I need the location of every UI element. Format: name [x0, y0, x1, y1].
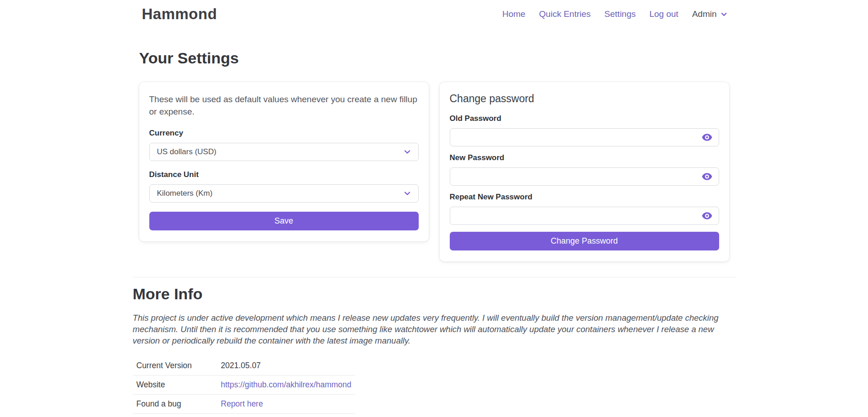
brand-logo[interactable]: Hammond [142, 5, 217, 23]
distance-unit-selected-value: Kilometers (Km) [157, 189, 213, 198]
user-menu-label: Admin [692, 9, 717, 19]
repeat-password-input[interactable] [450, 207, 719, 225]
chevron-down-icon [404, 190, 411, 197]
table-row-website: Website https://github.com/akhilrex/hamm… [133, 375, 355, 395]
table-row-current-version: Current Version 2021.05.07 [133, 356, 355, 375]
currency-label: Currency [149, 129, 419, 138]
repeat-password-field [450, 207, 719, 225]
chevron-down-icon [721, 11, 727, 18]
nav-settings[interactable]: Settings [605, 9, 636, 19]
toggle-repeat-password-visibility[interactable] [702, 212, 712, 220]
distance-unit-select[interactable]: Kilometers (Km) [149, 184, 419, 203]
user-menu-dropdown[interactable]: Admin [692, 9, 727, 19]
eye-icon [702, 214, 712, 221]
website-link[interactable]: https://github.com/akhilrex/hammond [221, 380, 352, 389]
change-password-title: Change password [450, 93, 719, 104]
row-label: Feature Request [133, 414, 217, 417]
old-password-field [450, 128, 719, 146]
main-content: Your Settings These will be used as defa… [133, 48, 736, 417]
toggle-old-password-visibility[interactable] [702, 134, 712, 141]
nav-logout[interactable]: Log out [649, 9, 678, 19]
repeat-password-label: Repeat New Password [450, 193, 719, 202]
old-password-input[interactable] [450, 128, 719, 146]
new-password-label: New Password [450, 153, 719, 162]
info-table: Current Version 2021.05.07 Website https… [133, 356, 355, 417]
defaults-card: These will be used as default values whe… [139, 82, 429, 241]
nav-quick-entries[interactable]: Quick Entries [539, 9, 591, 19]
app-header: Hammond Home Quick Entries Settings Log … [0, 0, 868, 23]
defaults-description: These will be used as default values whe… [149, 93, 419, 118]
distance-unit-label: Distance Unit [149, 170, 419, 179]
settings-cards: These will be used as default values whe… [139, 82, 729, 261]
table-row-bug: Found a bug Report here [133, 395, 355, 414]
more-info-title: More Info [133, 284, 736, 304]
row-value: 2021.05.07 [217, 356, 355, 375]
save-button[interactable]: Save [149, 212, 419, 230]
row-label: Website [133, 375, 217, 395]
old-password-label: Old Password [450, 114, 719, 123]
section-divider [133, 277, 736, 277]
toggle-new-password-visibility[interactable] [702, 173, 712, 181]
row-label: Current Version [133, 356, 217, 375]
nav-home[interactable]: Home [502, 9, 526, 19]
page-title: Your Settings [139, 48, 729, 68]
main-nav: Home Quick Entries Settings Log out Admi… [502, 9, 727, 19]
new-password-input[interactable] [450, 167, 719, 186]
more-info-section: More Info This project is under active d… [133, 284, 736, 417]
eye-icon [702, 175, 712, 182]
change-password-card: Change password Old Password New Passwor… [440, 82, 729, 261]
chevron-down-icon [404, 148, 411, 156]
currency-selected-value: US dollars (USD) [157, 147, 216, 156]
new-password-field [450, 167, 719, 186]
development-note: This project is under active development… [133, 312, 736, 346]
row-label: Found a bug [133, 395, 217, 414]
change-password-button[interactable]: Change Password [450, 232, 719, 250]
report-bug-link[interactable]: Report here [221, 399, 263, 408]
table-row-feature-request: Feature Request Request here [133, 414, 355, 417]
eye-icon [702, 136, 712, 143]
currency-select[interactable]: US dollars (USD) [149, 143, 419, 161]
